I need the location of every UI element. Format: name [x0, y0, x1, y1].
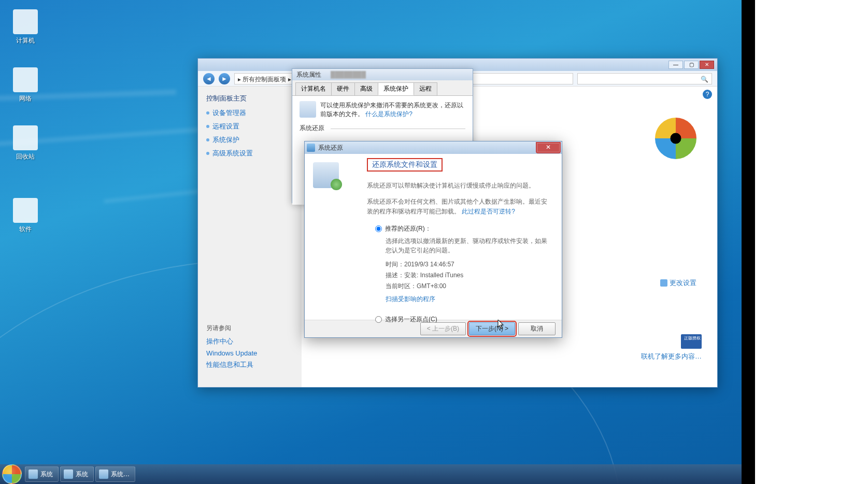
see-also-performance[interactable]: 性能信息和工具 [206, 360, 293, 369]
wizard-intro-1: 系统还原可以帮助解决使计算机运行缓慢或停止响应的问题。 [367, 181, 550, 191]
restore-icon [307, 144, 315, 152]
desktop-icon-software[interactable]: 软件 [7, 198, 44, 234]
tab-advanced[interactable]: 高级 [354, 82, 378, 95]
activation-block: 正版授权 联机了解更多内容… [641, 334, 702, 361]
option-recommended-desc: 选择此选项以撤消最新的更新、驱动程序或软件安装，如果您认为是它引起的问题。 [386, 236, 550, 255]
dialog-titlebar[interactable]: 系统属性 ████████ [292, 69, 473, 80]
what-is-link[interactable]: 什么是系统保护? [365, 110, 412, 118]
folder-icon [13, 198, 38, 223]
frame-border-white [755, 0, 868, 484]
next-button[interactable]: 下一步(N) > [469, 322, 515, 335]
wizard-footer: < 上一步(B) 下一步(N) > 取消 [305, 320, 562, 337]
desktop-icon-label: 计算机 [7, 36, 44, 45]
wizard-title: 系统还原 [318, 144, 343, 152]
radio-other[interactable] [375, 316, 382, 323]
search-input[interactable]: 🔍 [577, 73, 712, 84]
change-settings-link[interactable]: 更改设置 [660, 278, 696, 288]
radio-recommended[interactable] [375, 225, 382, 232]
windows-logo-icon [655, 118, 696, 159]
recycle-bin-icon [13, 125, 38, 150]
sidebar-link-advanced[interactable]: 高级系统设置 [206, 149, 293, 158]
sidebar-title: 控制面板主页 [206, 94, 293, 103]
taskbar-item[interactable]: 系统 [25, 466, 59, 482]
desktop-icon-recycle[interactable]: 回收站 [7, 125, 44, 161]
system-restore-wizard: 系统还原 ✕ 还原系统文件和设置 系统还原可以帮助解决使计算机运行缓慢或停止响应… [304, 141, 562, 338]
window-icon [64, 469, 73, 479]
taskbar-item[interactable]: 系统… [95, 466, 135, 482]
wizard-heading: 还原系统文件和设置 [367, 158, 443, 172]
sidebar-link-protection[interactable]: 系统保护 [206, 135, 293, 145]
sidebar: 控制面板主页 设备管理器 远程设置 系统保护 高级系统设置 另请参阅 操作中心 … [198, 87, 302, 387]
desktop-icon-computer[interactable]: 计算机 [7, 9, 44, 45]
tab-remote[interactable]: 远程 [414, 82, 437, 95]
tab-computer-name[interactable]: 计算机名 [295, 82, 332, 95]
scan-affected-link[interactable]: 扫描受影响的程序 [386, 295, 435, 303]
group-system-restore: 系统还原 [300, 124, 465, 133]
wizard-close-button[interactable]: ✕ [537, 143, 560, 152]
option-recommended[interactable]: 推荐的还原(R)： [375, 224, 550, 233]
desktop-icon-network[interactable]: 网络 [7, 67, 44, 103]
wizard-intro-2: 系统还原不会对任何文档、图片或其他个人数据产生影响。最近安装的程序和驱动程序可能… [367, 197, 550, 217]
blurred-text: ████████ [331, 71, 366, 78]
tab-hardware[interactable]: 硬件 [331, 82, 355, 95]
see-also-title: 另请参阅 [206, 324, 293, 333]
cancel-button[interactable]: 取消 [518, 322, 556, 335]
activation-link[interactable]: 联机了解更多内容… [641, 352, 702, 361]
network-icon [13, 67, 38, 92]
maximize-button[interactable]: ▢ [684, 61, 699, 69]
nav-forward-button[interactable]: ► [219, 73, 230, 84]
dialog-title: 系统属性 [296, 70, 321, 79]
start-button[interactable] [2, 464, 22, 484]
frame-border-black [742, 0, 755, 484]
close-button[interactable]: ✕ [700, 61, 714, 69]
see-also-action-center[interactable]: 操作中心 [206, 337, 293, 346]
reversible-link[interactable]: 此过程是否可逆转? [462, 208, 515, 215]
help-icon[interactable]: ? [703, 90, 712, 99]
genuine-badge-icon: 正版授权 [681, 334, 702, 349]
restore-desc: 描述：安装: Installed iTunes [386, 271, 550, 280]
taskbar: 系统 系统 系统… 15:38 2019/9/5 [0, 464, 868, 484]
desktop-icon-label: 网络 [7, 94, 44, 103]
restore-timezone: 当前时区：GMT+8:00 [386, 282, 550, 291]
taskbar-item[interactable]: 系统 [60, 466, 94, 482]
sidebar-link-device-manager[interactable]: 设备管理器 [206, 108, 293, 118]
desktop-icon-label: 回收站 [7, 152, 44, 161]
window-icon [99, 469, 108, 479]
desktop-icon-label: 软件 [7, 225, 44, 234]
window-icon [29, 469, 38, 479]
restore-time: 时间：2019/9/3 14:46:57 [386, 260, 550, 269]
tab-system-protection[interactable]: 系统保护 [378, 82, 414, 95]
wizard-titlebar[interactable]: 系统还原 ✕ [305, 141, 562, 154]
computer-icon [13, 9, 38, 34]
protection-icon [300, 101, 316, 118]
tab-strip: 计算机名 硬件 高级 系统保护 远程 [292, 80, 473, 96]
sidebar-link-remote[interactable]: 远程设置 [206, 122, 293, 131]
back-button: < 上一步(B) [420, 322, 466, 335]
nav-back-button[interactable]: ◄ [203, 73, 215, 84]
minimize-button[interactable]: — [668, 61, 683, 69]
see-also-windows-update[interactable]: Windows Update [206, 349, 293, 357]
restore-computer-icon [313, 162, 339, 188]
